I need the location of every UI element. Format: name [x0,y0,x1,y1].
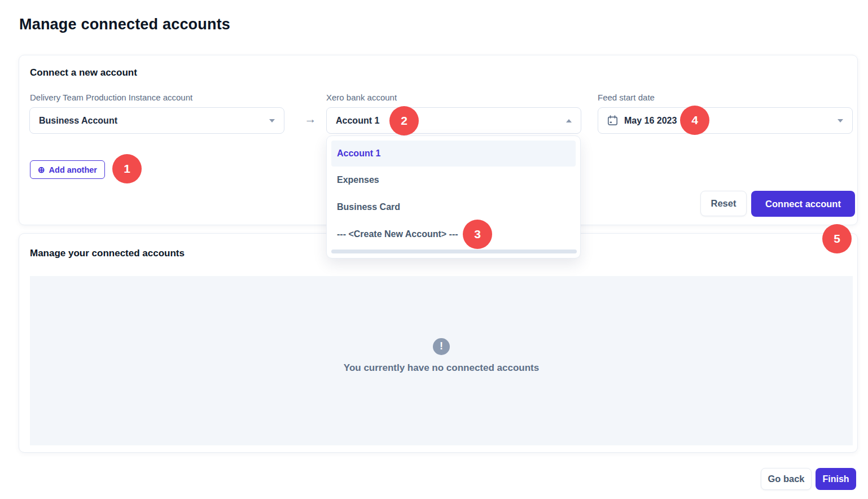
add-another-label: Add another [49,165,97,174]
chevron-down-icon [838,119,843,122]
manage-connected-accounts-card: Manage your connected accounts ! You cur… [19,233,858,453]
page-title: Manage connected accounts [19,16,230,33]
manage-connected-accounts-page: Manage connected accounts Connect a new … [0,0,868,499]
annotation-badge-3: 3 [463,220,492,249]
empty-accounts-message: You currently have no connected accounts [344,362,539,374]
chevron-up-icon [566,119,572,122]
annotation-badge-1: 1 [112,154,142,183]
feed-start-date-label: Feed start date [598,93,655,102]
add-another-button[interactable]: ⊕ Add another [30,160,105,179]
source-account-select[interactable]: Business Account [29,107,284,134]
empty-accounts-panel: ! You currently have no connected accoun… [30,276,853,445]
connect-card-title: Connect a new account [30,67,137,78]
source-account-label: Delivery Team Production Instance accoun… [30,93,192,102]
source-account-value: Business Account [39,116,117,126]
go-back-button[interactable]: Go back [761,468,812,490]
reset-button[interactable]: Reset [700,191,747,216]
annotation-badge-4: 4 [680,106,709,135]
dropdown-option-account-1[interactable]: Account 1 [331,141,576,167]
dropdown-option-expenses[interactable]: Expenses [327,167,580,194]
plus-circle-icon: ⊕ [38,165,45,174]
chevron-down-icon [269,119,275,122]
info-icon: ! [433,338,450,355]
manage-card-title: Manage your connected accounts [30,248,185,259]
dropdown-option-business-card[interactable]: Business Card [327,194,580,221]
connect-account-button[interactable]: Connect account [751,191,855,217]
dropdown-option-create-new-account[interactable]: --- <Create New Account> --- [327,221,580,248]
feed-start-date-picker[interactable]: May 16 2023 [598,107,853,134]
xero-account-select[interactable]: Account 1 [326,107,581,134]
finish-button[interactable]: Finish [816,468,856,490]
feed-start-date-value: May 16 2023 [624,116,677,126]
arrow-right-icon: → [299,112,322,126]
dropdown-horizontal-scrollbar[interactable] [331,250,577,253]
annotation-badge-5: 5 [822,224,852,253]
calendar-icon [607,115,618,126]
xero-account-value: Account 1 [336,116,379,126]
xero-account-label: Xero bank account [326,93,397,102]
annotation-badge-2: 2 [389,106,419,135]
xero-account-dropdown-list: Account 1 Expenses Business Card --- <Cr… [326,135,581,259]
